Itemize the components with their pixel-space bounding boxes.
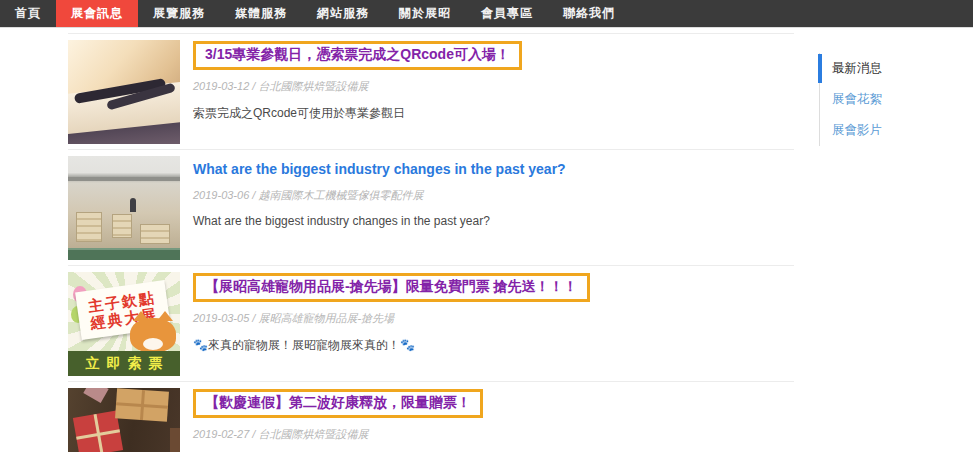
news-date: 2019-03-06 / 越南國際木工機械暨傢俱零配件展 — [193, 188, 566, 203]
news-thumbnail[interactable] — [68, 40, 180, 144]
cat-illustration — [130, 318, 176, 352]
news-thumbnail[interactable] — [68, 388, 180, 452]
cat-muzzle-shape — [143, 338, 163, 350]
nav-item-label: 媒體服務 — [235, 5, 287, 22]
sidebar-item-label: 展會花絮 — [832, 92, 882, 106]
sidebar-item[interactable]: 展會花絮 — [820, 84, 894, 115]
news-item: What are the biggest industry changes in… — [68, 150, 794, 266]
nav-item[interactable]: 網站服務 — [302, 0, 384, 27]
conveyor-shape — [68, 248, 180, 260]
nav-item[interactable]: 關於展昭 — [384, 0, 466, 27]
sidebar-item[interactable]: 展會影片 — [820, 115, 894, 146]
nav-item[interactable]: 展覽服務 — [138, 0, 220, 27]
page-body: 3/15專業參觀日，憑索票完成之QRcode可入場！ 2019-03-12 / … — [0, 28, 973, 452]
get-ticket-button[interactable]: 立即索票 — [68, 351, 180, 376]
news-date: 2019-03-05 / 展昭高雄寵物用品展-搶先場 — [193, 311, 590, 326]
nav-item-label: 首頁 — [15, 5, 41, 22]
news-body: What are the biggest industry changes in… — [193, 156, 566, 260]
wood-stack-shape — [140, 224, 170, 244]
nav-item-label: 聯絡我們 — [563, 5, 615, 22]
news-date: 2019-02-27 / 台北國際烘焙暨設備展 — [193, 427, 492, 442]
wood-stack-shape — [112, 214, 132, 238]
nav-item[interactable]: 首頁 — [0, 0, 56, 27]
news-thumbnail[interactable] — [68, 156, 180, 260]
nav-item[interactable]: 會員專區 — [466, 0, 548, 27]
sidebar: 最新消息 展會花絮 展會影片 — [819, 53, 894, 452]
news-body: 【展昭高雄寵物用品展-搶先場】限量免費門票 搶先送！！！ 2019-03-05 … — [193, 272, 590, 376]
wood-stack-shape — [76, 212, 102, 242]
news-description: 🐾來真的寵物展！展昭寵物展來真的！🐾 — [193, 337, 590, 354]
top-nav: 首頁 展會訊息 展覽服務 媒體服務 網站服務 關於展昭 會員專區 聯絡我們 — [0, 0, 973, 28]
news-title: 【展昭高雄寵物用品展-搶先場】限量免費門票 搶先送！！！ — [193, 273, 590, 302]
news-thumbnail[interactable]: 主子欽點 經典大展 立即索票 — [68, 272, 180, 376]
nav-item[interactable]: 媒體服務 — [220, 0, 302, 27]
gift-box-shape — [170, 428, 180, 452]
news-description: What are the biggest industry changes in… — [193, 214, 566, 228]
worker-figure-shape — [130, 198, 136, 212]
nav-item-label: 會員專區 — [481, 5, 533, 22]
news-item: 【歡慶連假】第二波好康釋放，限量贈票！ 2019-02-27 / 台北國際烘焙暨… — [68, 382, 794, 452]
nav-item-label: 展覽服務 — [153, 5, 205, 22]
nav-item-label: 關於展昭 — [399, 5, 451, 22]
nav-item[interactable]: 聯絡我們 — [548, 0, 630, 27]
news-item: 3/15專業參觀日，憑索票完成之QRcode可入場！ 2019-03-12 / … — [68, 34, 794, 150]
sidebar-menu: 最新消息 展會花絮 展會影片 — [819, 53, 894, 146]
news-title: 【歡慶連假】第二波好康釋放，限量贈票！ — [193, 389, 492, 418]
news-title-link[interactable]: 3/15專業參觀日，憑索票完成之QRcode可入場！ — [193, 41, 522, 70]
news-title-link[interactable]: What are the biggest industry changes in… — [193, 161, 566, 179]
ceiling-beam-shape — [68, 177, 180, 181]
news-title-link[interactable]: 【歡慶連假】第二波好康釋放，限量贈票！ — [193, 389, 483, 418]
news-item: 主子欽點 經典大展 立即索票 【展昭高雄寵物用品展-搶先場】限量免費門票 搶先送… — [68, 266, 794, 382]
gift-box-shape — [83, 388, 108, 403]
sidebar-item-label: 最新消息 — [832, 61, 882, 75]
news-title: What are the biggest industry changes in… — [193, 157, 566, 179]
news-description: 索票完成之QRcode可使用於專業參觀日 — [193, 105, 522, 122]
news-title-link[interactable]: 【展昭高雄寵物用品展-搶先場】限量免費門票 搶先送！！！ — [193, 273, 590, 302]
kraft-gift-box-shape — [115, 388, 169, 422]
sidebar-item-label: 展會影片 — [832, 123, 882, 137]
nav-item[interactable]: 展會訊息 — [56, 0, 138, 27]
news-date: 2019-03-12 / 台北國際烘焙暨設備展 — [193, 79, 522, 94]
nav-item-label: 展會訊息 — [71, 5, 123, 22]
news-body: 3/15專業參觀日，憑索票完成之QRcode可入場！ 2019-03-12 / … — [193, 40, 522, 144]
news-list: 3/15專業參觀日，憑索票完成之QRcode可入場！ 2019-03-12 / … — [68, 33, 794, 452]
sidebar-item[interactable]: 最新消息 — [820, 53, 894, 84]
news-title: 3/15專業參觀日，憑索票完成之QRcode可入場！ — [193, 41, 522, 70]
news-body: 【歡慶連假】第二波好康釋放，限量贈票！ 2019-02-27 / 台北國際烘焙暨… — [193, 388, 492, 452]
nav-item-label: 網站服務 — [317, 5, 369, 22]
